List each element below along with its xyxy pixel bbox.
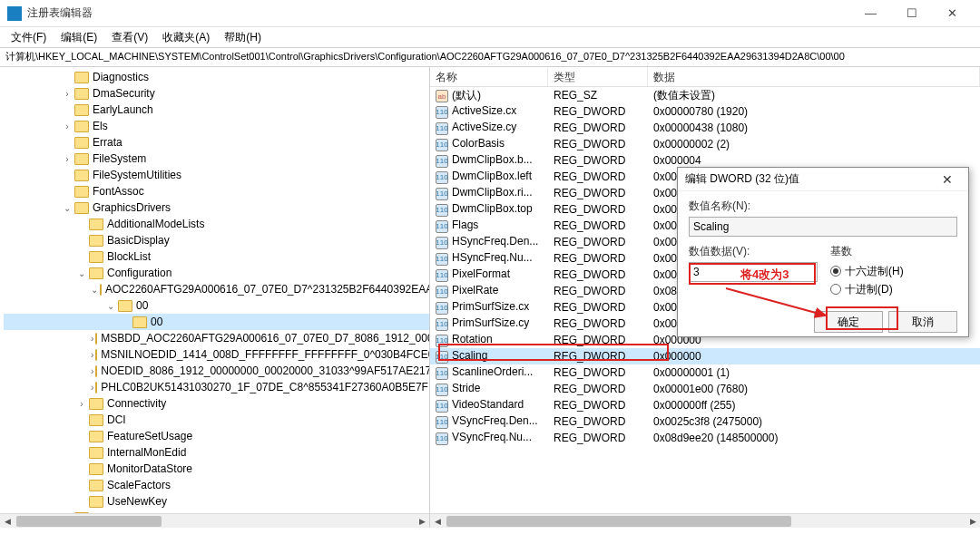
tree-item[interactable]: 00 bbox=[4, 314, 429, 330]
radix-dec-radio[interactable]: 十进制(D) bbox=[830, 280, 957, 298]
list-row[interactable]: 110ActiveSize.cyREG_DWORD0x00000438 (108… bbox=[430, 120, 980, 136]
expander-icon[interactable]: › bbox=[62, 154, 73, 164]
maximize-button[interactable]: ☐ bbox=[891, 1, 932, 26]
value-type: REG_DWORD bbox=[548, 432, 648, 444]
tree-item[interactable]: ⌄GraphicsDrivers bbox=[4, 199, 429, 216]
list-row[interactable]: 110ColorBasisREG_DWORD0x00000002 (2) bbox=[430, 136, 980, 152]
tree-label: AdditionalModeLists bbox=[107, 218, 204, 230]
value-name: DwmClipBox.b... bbox=[452, 153, 533, 166]
tree-item[interactable]: FontAssoc bbox=[4, 183, 429, 199]
tree-item[interactable]: BasicDisplay bbox=[4, 232, 429, 248]
scrollbar-thumb[interactable] bbox=[16, 516, 162, 527]
menu-file[interactable]: 文件(F) bbox=[5, 28, 52, 47]
ok-button[interactable]: 确定 bbox=[814, 311, 883, 333]
value-type: REG_DWORD bbox=[548, 301, 648, 314]
value-name: DwmClipBox.ri... bbox=[452, 186, 533, 199]
expander-icon[interactable]: ⌄ bbox=[76, 268, 87, 278]
tree-item[interactable]: FeatureSetUsage bbox=[4, 428, 429, 444]
tree-item[interactable]: ⌄AOC2260AFTG29A000616_07_07E0_D7^231325B… bbox=[4, 281, 429, 297]
tree-item[interactable]: MonitorDataStore bbox=[4, 461, 429, 477]
menu-edit[interactable]: 编辑(E) bbox=[55, 28, 103, 47]
tree-item[interactable]: Diagnostics bbox=[4, 69, 429, 85]
minimize-button[interactable]: — bbox=[850, 1, 891, 26]
list-row[interactable]: 110StrideREG_DWORD0x00001e00 (7680) bbox=[430, 381, 980, 397]
tree-pane[interactable]: Diagnostics›DmaSecurityEarlyLaunch›ElsEr… bbox=[0, 67, 430, 528]
tree-item[interactable]: ›Connectivity bbox=[4, 395, 429, 412]
scroll-left-icon[interactable]: ◀ bbox=[430, 514, 445, 528]
list-row[interactable]: 110VSyncFreq.Den...REG_DWORD0x0025c3f8 (… bbox=[430, 413, 980, 430]
list-row[interactable]: 110ActiveSize.cxREG_DWORD0x00000780 (192… bbox=[430, 103, 980, 120]
tree-item[interactable]: Errata bbox=[4, 134, 429, 151]
list-row[interactable]: 110ScanlineOrderi...REG_DWORD0x00000001 … bbox=[430, 364, 980, 381]
expander-icon[interactable]: ⌄ bbox=[91, 285, 98, 295]
menu-help[interactable]: 帮助(H) bbox=[219, 28, 267, 47]
tree-item[interactable]: FileSystemUtilities bbox=[4, 167, 429, 183]
address-bar[interactable]: 计算机\HKEY_LOCAL_MACHINE\SYSTEM\ControlSet… bbox=[0, 47, 980, 67]
tree-item[interactable]: AdditionalModeLists bbox=[4, 216, 429, 232]
menu-favorites[interactable]: 收藏夹(A) bbox=[157, 28, 215, 47]
value-type: REG_DWORD bbox=[548, 170, 648, 183]
tree-item[interactable]: EarlyLaunch bbox=[4, 102, 429, 118]
list-header: 名称 类型 数据 bbox=[430, 67, 980, 87]
expander-icon[interactable]: › bbox=[62, 89, 73, 99]
list-row[interactable]: 110VideoStandardREG_DWORD0x000000ff (255… bbox=[430, 397, 980, 413]
dialog-close-icon[interactable]: ✕ bbox=[934, 172, 961, 187]
list-scrollbar-h[interactable]: ◀ ▶ bbox=[430, 513, 980, 528]
expander-icon[interactable]: › bbox=[76, 399, 87, 409]
tree-label: AOC2260AFTG29A000616_07_07E0_D7^231325B2… bbox=[105, 283, 429, 296]
tree-item[interactable]: ›FileSystem bbox=[4, 151, 429, 167]
list-row[interactable]: 110ScalingREG_DWORD0x000000 bbox=[430, 348, 980, 364]
tree-item[interactable]: DCI bbox=[4, 412, 429, 428]
radix-hex-radio[interactable]: 十六进制(H) bbox=[830, 262, 957, 280]
expander-icon[interactable]: › bbox=[91, 334, 93, 344]
tree-item[interactable]: InternalMonEdid bbox=[4, 444, 429, 461]
expander-icon[interactable]: ⌄ bbox=[105, 301, 116, 311]
value-icon: 110 bbox=[436, 155, 448, 168]
tree-scrollbar-h[interactable]: ◀ ▶ bbox=[0, 513, 429, 528]
tree-item[interactable]: ⌄Configuration bbox=[4, 265, 429, 281]
col-type-header[interactable]: 类型 bbox=[548, 67, 648, 86]
close-button[interactable]: ✕ bbox=[932, 1, 973, 26]
tree-item[interactable]: ›PHLC0B2UK51431030270_1F_07DE_C8^855341F… bbox=[4, 379, 429, 395]
expander-icon[interactable]: › bbox=[91, 366, 93, 376]
tree-item[interactable]: ScaleFactors bbox=[4, 477, 429, 493]
expander-icon[interactable]: ⌄ bbox=[62, 203, 73, 213]
folder-icon bbox=[89, 414, 103, 426]
tree-label: EarlyLaunch bbox=[93, 103, 153, 116]
tree-item[interactable]: ›MSNILNOEDID_1414_008D_FFFFFFFF_FFFFFFFF… bbox=[4, 346, 429, 363]
value-name: Flags bbox=[452, 219, 478, 231]
scroll-left-icon[interactable]: ◀ bbox=[0, 514, 15, 528]
tree-item[interactable]: ⌄00 bbox=[4, 297, 429, 314]
expander-icon[interactable]: › bbox=[91, 350, 93, 360]
list-row[interactable]: ab(默认)REG_SZ(数值未设置) bbox=[430, 87, 980, 103]
cancel-button[interactable]: 取消 bbox=[888, 311, 957, 333]
folder-icon bbox=[95, 349, 97, 361]
value-name: HSyncFreq.Den... bbox=[452, 235, 538, 248]
value-icon: 110 bbox=[436, 237, 448, 249]
tree-item[interactable]: ›NOEDID_8086_1912_00000000_00020000_3103… bbox=[4, 363, 429, 379]
tree-label: MonitorDataStore bbox=[107, 462, 192, 475]
col-data-header[interactable]: 数据 bbox=[648, 67, 980, 86]
value-name: HSyncFreq.Nu... bbox=[452, 251, 533, 264]
tree-item[interactable]: ›Els bbox=[4, 118, 429, 134]
folder-icon bbox=[95, 365, 97, 377]
folder-icon bbox=[74, 88, 89, 100]
folder-icon bbox=[118, 300, 132, 312]
value-type: REG_DWORD bbox=[548, 105, 648, 118]
col-name-header[interactable]: 名称 bbox=[430, 67, 548, 86]
scroll-right-icon[interactable]: ▶ bbox=[415, 514, 429, 528]
scrollbar-thumb[interactable] bbox=[446, 516, 791, 527]
scroll-right-icon[interactable]: ▶ bbox=[965, 514, 980, 528]
value-data-input[interactable] bbox=[689, 262, 818, 282]
folder-icon bbox=[74, 72, 89, 83]
list-row[interactable]: 110VSyncFreq.Nu...REG_DWORD0x08d9ee20 (1… bbox=[430, 430, 980, 446]
folder-icon bbox=[89, 235, 103, 247]
menu-view[interactable]: 查看(V) bbox=[106, 28, 153, 47]
expander-icon[interactable]: › bbox=[91, 383, 93, 393]
tree-item[interactable]: ›DmaSecurity bbox=[4, 85, 429, 102]
tree-item[interactable]: BlockList bbox=[4, 248, 429, 265]
tree-item[interactable]: ›MSBDD_AOC2260AFTG29A000616_07_07E0_D7_8… bbox=[4, 330, 429, 346]
value-name-input[interactable] bbox=[689, 217, 957, 237]
tree-item[interactable]: UseNewKey bbox=[4, 493, 429, 510]
expander-icon[interactable]: › bbox=[62, 121, 73, 131]
